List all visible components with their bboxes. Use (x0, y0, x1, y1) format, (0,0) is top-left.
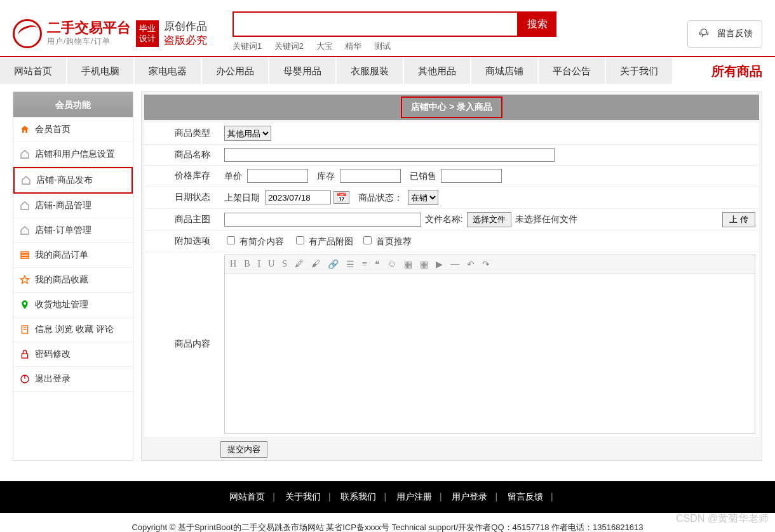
editor-tool-icon[interactable]: 🖌 (311, 259, 320, 270)
sidebar-item-label: 店铺和用户信息设置 (35, 149, 115, 160)
lock-icon (20, 349, 30, 359)
nav-item[interactable]: 衣服服装 (337, 57, 403, 84)
nav-item[interactable]: 办公用品 (202, 57, 268, 84)
nav-item[interactable]: 手机电脑 (67, 57, 133, 84)
editor-tool-icon[interactable]: 🖉 (295, 259, 304, 270)
svg-point-0 (701, 29, 706, 34)
cb-intro[interactable]: 有简介内容 (224, 236, 284, 246)
editor-tool-icon[interactable]: ↶ (467, 259, 475, 270)
sidebar-item-label: 退出登录 (35, 373, 71, 385)
upload-button[interactable]: 上 传 (722, 212, 755, 227)
editor-tool-icon[interactable]: — (450, 259, 459, 270)
editor-body[interactable] (225, 274, 755, 433)
footer-link[interactable]: 联系我们 (333, 491, 384, 502)
logo-title: 二手交易平台 (47, 20, 131, 36)
nav-item[interactable]: 其他用品 (404, 57, 470, 84)
feedback-button[interactable]: 留言反馈 (687, 20, 762, 48)
sidebar-item-label: 店铺-商品管理 (35, 200, 91, 211)
editor-tool-icon[interactable]: I (257, 259, 260, 270)
search-input[interactable] (232, 11, 518, 37)
editor-tool-icon[interactable]: ▦ (404, 259, 412, 270)
editor-tool-icon[interactable]: ↷ (482, 259, 490, 270)
footer-link[interactable]: 留言反馈 (500, 491, 551, 502)
nav-item[interactable]: 商城店铺 (471, 57, 537, 84)
rich-editor: HBIUS🖉🖌🔗☰≡❝☺▦▦▶—↶↷ (224, 255, 755, 434)
sidebar-item[interactable]: 店铺-商品管理 (13, 194, 133, 218)
sidebar-item[interactable]: 会员首页 (13, 117, 133, 142)
editor-tool-icon[interactable]: 🔗 (328, 259, 339, 270)
nav-item[interactable]: 网站首页 (0, 57, 66, 84)
label-extra: 附加选项 (144, 231, 220, 251)
editor-tool-icon[interactable]: ☰ (346, 259, 354, 270)
keyword-link[interactable]: 关键词2 (274, 41, 304, 51)
label-name: 商品名称 (144, 145, 220, 166)
content-area: 店铺中心 > 录入商品 商品类型 其他用品 商品名称 价格库存 单价 库存 (141, 91, 762, 461)
footer-link[interactable]: 关于我们 (278, 491, 328, 502)
nav-item[interactable]: 母婴用品 (269, 57, 335, 84)
footer-link[interactable]: 用户登录 (444, 491, 495, 502)
nav-item[interactable]: 家电电器 (135, 57, 201, 84)
sidebar-item-label: 我的商品订单 (35, 249, 88, 261)
file-name-label: 文件名称: (425, 214, 463, 225)
sidebar-item[interactable]: 店铺和用户信息设置 (13, 142, 133, 167)
home-gray-icon (20, 225, 30, 236)
svg-rect-2 (21, 255, 29, 256)
breadcrumb: 店铺中心 > 录入商品 (144, 95, 759, 120)
cb-recommend[interactable]: 首页推荐 (361, 236, 412, 246)
sidebar-item-label: 店铺-商品发布 (36, 175, 93, 186)
label-type: 商品类型 (144, 123, 220, 145)
logo-subtitle: 用户/购物车/订单 (47, 36, 131, 47)
choose-file-button[interactable]: 选择文件 (467, 212, 511, 227)
product-type-select[interactable]: 其他用品 (224, 126, 271, 141)
editor-tool-icon[interactable]: H (230, 259, 236, 270)
sidebar-item[interactable]: 退出登录 (13, 367, 133, 392)
sidebar-item[interactable]: 我的商品订单 (13, 243, 133, 268)
price-input[interactable] (247, 169, 308, 183)
home-gray-icon (20, 149, 30, 159)
svg-rect-1 (21, 252, 29, 254)
stock-input[interactable] (340, 169, 401, 183)
cb-images[interactable]: 有产品附图 (293, 236, 353, 246)
sold-input[interactable] (441, 169, 502, 183)
sidebar-item[interactable]: 密码修改 (13, 342, 133, 367)
footer-link[interactable]: 网站首页 (222, 491, 273, 502)
nav-item[interactable]: 关于我们 (606, 57, 672, 84)
editor-tool-icon[interactable]: U (268, 259, 274, 270)
label-content: 商品内容 (144, 251, 220, 437)
editor-tool-icon[interactable]: ▦ (420, 259, 428, 270)
keyword-link[interactable]: 精华 (345, 41, 361, 51)
sidebar-item[interactable]: 店铺-商品发布 (13, 167, 133, 194)
status-select[interactable]: 在销 (408, 190, 438, 205)
sidebar-item[interactable]: 我的商品收藏 (13, 268, 133, 293)
nav-item[interactable]: 平台公告 (539, 57, 605, 84)
star-icon (20, 275, 30, 285)
product-name-input[interactable] (224, 148, 555, 162)
main-nav: 网站首页 手机电脑 家电电器 办公用品 母婴用品 衣服服装 其他用品 商城店铺 … (0, 56, 775, 84)
keyword-link[interactable]: 关键词1 (232, 41, 262, 51)
location-icon (20, 300, 30, 310)
nav-all-products[interactable]: 所有商品 (711, 57, 775, 84)
editor-tool-icon[interactable]: ☺ (388, 259, 396, 270)
footer-link[interactable]: 用户注册 (389, 491, 440, 502)
sidebar-item[interactable]: 收货地址管理 (13, 293, 133, 317)
keyword-link[interactable]: 测试 (374, 41, 391, 51)
image-path-input[interactable] (224, 213, 421, 227)
list-icon (20, 250, 30, 260)
editor-tool-icon[interactable]: S (282, 259, 287, 270)
editor-tool-icon[interactable]: ▶ (436, 259, 443, 270)
submit-button[interactable]: 提交内容 (220, 441, 267, 458)
search-button[interactable]: 搜索 (518, 11, 556, 37)
sidebar-item-label: 我的商品收藏 (35, 274, 88, 286)
editor-tool-icon[interactable]: B (244, 259, 250, 270)
date-input[interactable] (265, 190, 331, 204)
calendar-icon[interactable]: 📅 (334, 191, 349, 204)
home-gray-icon (20, 201, 30, 211)
editor-tool-icon[interactable]: ❝ (375, 259, 380, 270)
sidebar-item-label: 收货地址管理 (35, 299, 88, 310)
sidebar-item-label: 店铺-订单管理 (35, 225, 91, 236)
keyword-link[interactable]: 大宝 (316, 41, 333, 51)
sidebar-item[interactable]: 信息 浏览 收藏 评论 (13, 317, 133, 342)
editor-tool-icon[interactable]: ≡ (362, 259, 367, 270)
sidebar-item[interactable]: 店铺-订单管理 (13, 218, 133, 243)
copyright: Copyright © 基于SprintBoot的二手交易跳蚤市场网站 某省IC… (0, 513, 775, 532)
